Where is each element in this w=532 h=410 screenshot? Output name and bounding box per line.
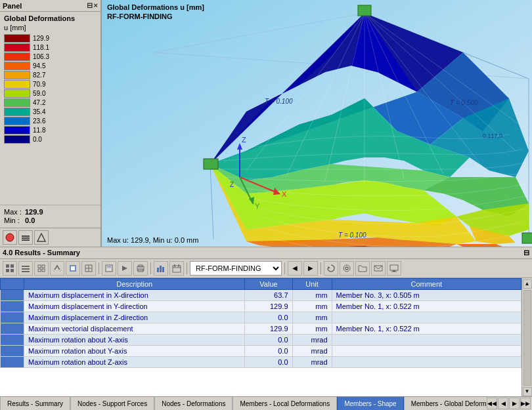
results-minimize[interactable]: ⊟ bbox=[523, 249, 529, 257]
panel-minimize-icon[interactable]: ⊟ bbox=[87, 1, 93, 10]
svg-rect-64 bbox=[42, 265, 45, 268]
svg-rect-83 bbox=[173, 266, 181, 272]
toolbar-results-btn-2[interactable] bbox=[18, 261, 33, 276]
row-num-cell bbox=[1, 300, 24, 312]
toolbar-calendar-btn[interactable] bbox=[169, 261, 184, 276]
tab-nav-last[interactable]: ▶▶ bbox=[520, 398, 531, 409]
tab-item[interactable]: Members - Global Deformations bbox=[404, 396, 487, 410]
legend-row-value: 94.5 bbox=[33, 62, 53, 70]
toolbar-print-btn[interactable] bbox=[133, 261, 148, 276]
toolbar-btn-1[interactable] bbox=[3, 230, 17, 245]
row-description-cell: Maximum rotation about Y-axis bbox=[24, 345, 245, 356]
toolbar-save-btn[interactable] bbox=[102, 261, 116, 276]
row-unit-cell: mrad bbox=[292, 356, 332, 367]
svg-rect-1 bbox=[22, 236, 30, 237]
tab-item[interactable]: Members - Shape bbox=[337, 396, 403, 410]
toolbar-results-btn-5[interactable] bbox=[66, 261, 80, 276]
svg-text:0.117.0: 0.117.0 bbox=[483, 133, 502, 139]
panel-close-icon[interactable]: × bbox=[94, 1, 98, 10]
tab-item[interactable]: Nodes - Support Forces bbox=[70, 396, 154, 410]
toolbar-btn-3[interactable] bbox=[34, 230, 49, 245]
legend-row: 47.2 bbox=[4, 98, 97, 107]
legend-row-value: 129.9 bbox=[33, 35, 53, 42]
nav-next-btn[interactable]: ▶ bbox=[303, 261, 318, 276]
scrollbar-up[interactable]: ▲ bbox=[523, 279, 532, 289]
tab-item[interactable]: Results - Summary bbox=[0, 396, 70, 410]
tab-nav-prev[interactable]: ◀ bbox=[498, 398, 508, 409]
toolbar-monitor-btn[interactable] bbox=[387, 261, 401, 276]
toolbar-results-btn-1[interactable] bbox=[3, 261, 17, 276]
row-unit-cell: mm bbox=[292, 323, 332, 334]
svg-rect-63 bbox=[38, 265, 41, 268]
toolbar-results-btn-6[interactable] bbox=[81, 261, 96, 276]
svg-text:T = 0.500: T = 0.500 bbox=[450, 99, 478, 106]
legend-row: 59.0 bbox=[4, 89, 97, 98]
viewport-max-min: Max u: 129.9, Min u: 0.0 mm bbox=[107, 236, 198, 244]
row-num-cell bbox=[1, 289, 24, 300]
table-scrollbar[interactable]: ▲ ▼ bbox=[521, 278, 532, 396]
svg-text:X: X bbox=[282, 190, 287, 198]
results-table: Description Value Unit Comment Maximum d… bbox=[0, 278, 521, 368]
table-row: Maximum rotation about Z-axis 0.0 mrad bbox=[1, 356, 521, 367]
svg-rect-62 bbox=[22, 271, 30, 272]
svg-rect-91 bbox=[390, 265, 398, 270]
max-value: 129.9 bbox=[25, 208, 43, 216]
legend-unit: u [mm] bbox=[4, 24, 97, 31]
nav-prev-btn[interactable]: ◀ bbox=[288, 261, 302, 276]
legend-title: Global Deformations bbox=[4, 14, 97, 22]
panel-title: Panel bbox=[3, 2, 22, 10]
tab-item[interactable]: Members - Local Deformations bbox=[233, 396, 337, 410]
legend-row: 70.9 bbox=[4, 80, 97, 89]
legend-row: 35.4 bbox=[4, 108, 97, 116]
toolbar-export-btn[interactable] bbox=[118, 261, 132, 276]
svg-point-88 bbox=[345, 267, 348, 270]
results-toolbar[interactable]: RF-FORM-FINDING ◀ ▶ bbox=[0, 259, 532, 278]
toolbar-btn-2[interactable] bbox=[18, 230, 33, 245]
max-label: Max : bbox=[4, 208, 22, 216]
results-dropdown[interactable]: RF-FORM-FINDING bbox=[190, 261, 282, 276]
svg-rect-2 bbox=[22, 237, 30, 239]
toolbar-results-btn-3[interactable] bbox=[34, 261, 49, 276]
row-unit-cell: mm bbox=[292, 300, 332, 312]
svg-rect-39 bbox=[358, 5, 371, 16]
row-comment-cell bbox=[332, 312, 521, 323]
row-comment-cell bbox=[332, 345, 521, 356]
row-description-cell: Maximum displacement in Y-direction bbox=[24, 300, 245, 312]
col-header-num bbox=[1, 278, 24, 289]
row-num-cell bbox=[1, 334, 24, 345]
row-comment-cell: Member No. 1, x: 0.522 m bbox=[332, 323, 521, 334]
scrollbar-thumb[interactable] bbox=[523, 290, 531, 386]
svg-marker-87 bbox=[328, 266, 330, 269]
tab-nav-next[interactable]: ▶ bbox=[509, 398, 520, 409]
legend-row: 129.9 bbox=[4, 34, 97, 43]
color-legend: 129.9118.1106.394.582.770.959.047.235.42… bbox=[4, 34, 97, 144]
toolbar-refresh-btn[interactable] bbox=[324, 261, 338, 276]
panel-toolbar bbox=[0, 228, 100, 247]
row-num-cell bbox=[1, 356, 24, 367]
toolbar-results-btn-4[interactable] bbox=[50, 261, 64, 276]
row-description-cell: Maximum rotation about X-axis bbox=[24, 334, 245, 345]
toolbar-sep-4 bbox=[284, 262, 285, 274]
svg-rect-67 bbox=[54, 270, 60, 271]
toolbar-settings-btn[interactable] bbox=[340, 261, 354, 276]
legend-stats: Max : 129.9 Min : 0.0 bbox=[0, 205, 100, 228]
row-num-cell bbox=[1, 323, 24, 334]
toolbar-sep-5 bbox=[321, 262, 321, 274]
scrollbar-down[interactable]: ▼ bbox=[523, 387, 532, 396]
svg-text:Y: Y bbox=[255, 202, 260, 210]
legend-row: 82.7 bbox=[4, 71, 97, 79]
svg-rect-3 bbox=[22, 239, 30, 241]
tab-item[interactable]: Nodes - Deformations bbox=[154, 396, 233, 410]
svg-rect-80 bbox=[157, 268, 159, 272]
row-unit-cell: mm bbox=[292, 312, 332, 323]
legend-color-swatch bbox=[4, 117, 30, 125]
row-unit-cell: mrad bbox=[292, 345, 332, 356]
row-comment-cell: Member No. 1, x: 0.522 m bbox=[332, 300, 521, 312]
toolbar-email-btn[interactable] bbox=[371, 261, 386, 276]
toolbar-sep-1 bbox=[99, 262, 99, 274]
tab-nav-first[interactable]: ◀◀ bbox=[487, 398, 497, 409]
table-header-row: Description Value Unit Comment bbox=[1, 278, 521, 289]
table-row: Maximum displacement in Z-direction 0.0 … bbox=[1, 312, 521, 323]
toolbar-folder-btn[interactable] bbox=[355, 261, 370, 276]
toolbar-chart-btn[interactable] bbox=[154, 261, 168, 276]
